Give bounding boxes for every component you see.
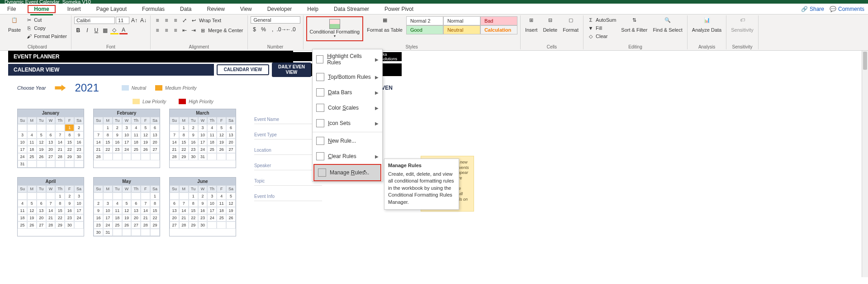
menu-data-bars[interactable]: Data Bars▶ [313, 85, 382, 100]
colorscales-icon [316, 104, 324, 112]
font-size-select[interactable]: 11 [116, 17, 129, 24]
increase-font-icon[interactable]: A↑ [130, 16, 138, 24]
clear-button[interactable]: ◇Clear [586, 33, 617, 40]
tab-review[interactable]: Review [203, 4, 228, 14]
medium-swatch [155, 85, 162, 91]
tab-page-layout[interactable]: Page Layout [93, 4, 130, 14]
style-neutral[interactable]: Neutral [443, 25, 480, 34]
style-good[interactable]: Good [406, 25, 443, 34]
menu-clear-rules[interactable]: Clear Rules▶ [313, 149, 382, 164]
align-right-icon[interactable]: ≡ [171, 26, 180, 34]
tab-power-pivot[interactable]: Power Pivot [381, 4, 417, 14]
align-middle-icon[interactable]: ≡ [162, 16, 171, 24]
align-left-icon[interactable]: ≡ [153, 26, 161, 34]
sort-filter-button[interactable]: ⇅Sort & Filter [619, 16, 649, 34]
conditional-formatting-button[interactable]: Conditional Formatting▾ [308, 18, 362, 39]
tab-view[interactable]: View [237, 4, 256, 14]
calendar-may[interactable]: MaySuMTuWThFSa12345678910111213141516171… [93, 177, 160, 236]
wrap-icon: ↩ [191, 17, 197, 24]
clearrules-icon [316, 152, 324, 160]
paste-button[interactable]: 📋 Paste [6, 16, 23, 34]
autosum-button[interactable]: ΣAutoSum [586, 16, 617, 24]
tab-formulas[interactable]: Formulas [138, 4, 168, 14]
format-cells-button[interactable]: ▢Format [561, 16, 580, 34]
bold-button[interactable]: B [74, 26, 82, 34]
share-button[interactable]: 🔗 Share [801, 6, 824, 12]
underline-button[interactable]: U [92, 26, 100, 34]
analyze-data-button[interactable]: 📊Analyze Data [690, 16, 723, 34]
calendar-view-tab[interactable]: CALENDAR VIEW [217, 64, 269, 75]
tooltip-body: Create, edit, delete, and view all condi… [388, 171, 455, 206]
comma-icon[interactable]: , [269, 25, 277, 34]
arrow-right-icon [55, 85, 66, 91]
calendar-april[interactable]: AprilSuMTuWThFSa123456789101112131415161… [17, 177, 84, 236]
style-normal[interactable]: Normal [443, 16, 480, 25]
align-top-icon[interactable]: ≡ [153, 16, 161, 24]
comments-button[interactable]: 💬 Comments [830, 6, 864, 12]
chevron-right-icon: ▶ [375, 75, 379, 80]
indent-decrease-icon[interactable]: ⇤ [180, 26, 189, 34]
font-name-select[interactable]: Calibri [74, 17, 115, 24]
calendar-january[interactable]: JanuarySuMTuWThFSa1234567891011121314151… [17, 109, 84, 168]
calendar-march[interactable]: MarchSuMTuWThFSa123456789101112131415161… [169, 109, 236, 168]
tab-insert[interactable]: Insert [64, 4, 85, 14]
style-normal2[interactable]: Normal 2 [406, 16, 443, 25]
menu-top-bottom[interactable]: Top/Bottom Rules▶ [313, 69, 382, 85]
table-icon: ▦ [380, 17, 389, 26]
wrap-text-button[interactable]: ↩Wrap Text [190, 17, 223, 24]
daily-event-view-tab[interactable]: DAILY EVENVIEW [272, 63, 311, 77]
fill-color-button[interactable]: ◇ [110, 26, 119, 34]
percent-icon[interactable]: % [260, 25, 268, 34]
menu-icon-sets[interactable]: Icon Sets▶ [313, 116, 382, 131]
border-button[interactable]: ▦ [101, 26, 109, 34]
orientation-icon[interactable]: ⤢ [180, 16, 189, 24]
increase-decimal-icon[interactable]: .0→ [278, 25, 286, 34]
sum-icon: Σ [588, 17, 594, 23]
clear-icon: ◇ [588, 33, 594, 39]
sensitivity-button[interactable]: 🏷Sensitivity [729, 16, 755, 34]
menu-color-scales[interactable]: Color Scales▶ [313, 100, 382, 116]
style-bad[interactable]: Bad [480, 16, 517, 25]
merge-icon: ⊞ [200, 27, 206, 34]
insert-cells-button[interactable]: ⊞Insert [523, 16, 540, 34]
calendar-june[interactable]: JuneSuMTuWThFSa1234567891011121314151617… [169, 177, 236, 236]
topbottom-icon [316, 73, 324, 81]
italic-button[interactable]: I [83, 26, 91, 34]
merge-center-button[interactable]: ⊞Merge & Center [199, 27, 245, 34]
tab-home[interactable]: Home [30, 4, 52, 15]
tab-file[interactable]: File [4, 4, 19, 14]
group-number: Number [248, 44, 303, 49]
tab-data[interactable]: Data [176, 4, 195, 14]
choose-year-label: Choose Year [17, 85, 46, 91]
decrease-decimal-icon[interactable]: ←.0 [287, 25, 295, 34]
group-font: Font [71, 44, 150, 49]
find-select-button[interactable]: 🔍Find & Select [651, 16, 684, 34]
sensitivity-icon: 🏷 [738, 17, 747, 26]
format-as-table-button[interactable]: ▦ Format as Table [365, 16, 404, 34]
align-center-icon[interactable]: ≡ [162, 26, 171, 34]
delete-cells-button[interactable]: ⊟Delete [541, 16, 559, 34]
menu-highlight-cells[interactable]: Highlight Cells Rules▶ [313, 49, 382, 69]
menu-manage-rules[interactable]: Manage Rules...↖ [313, 164, 381, 181]
tab-data-streamer[interactable]: Data Streamer [330, 4, 373, 14]
font-color-button[interactable]: A [119, 26, 128, 34]
high-swatch [179, 99, 186, 104]
currency-icon[interactable]: $ [251, 25, 259, 34]
format-painter-button[interactable]: 🖌Format Painter [24, 33, 68, 40]
group-alignment: Alignment [151, 44, 247, 49]
fill-icon: ▼ [588, 25, 594, 31]
tab-help[interactable]: Help [304, 4, 322, 14]
align-bottom-icon[interactable]: ≡ [171, 16, 180, 24]
number-format-select[interactable]: General [251, 16, 300, 24]
style-calculation[interactable]: Calculation [480, 25, 517, 34]
decrease-font-icon[interactable]: A↓ [139, 16, 147, 24]
fill-button[interactable]: ▼Fill [586, 24, 617, 32]
indent-increase-icon[interactable]: ⇥ [190, 26, 198, 34]
year-value[interactable]: 2021 [75, 82, 99, 94]
copy-button[interactable]: ⎘Copy [24, 24, 68, 32]
menu-new-rule[interactable]: New Rule... [313, 133, 382, 149]
calendar-february[interactable]: FebruarySuMTuWThFSa123456789101112131415… [93, 109, 160, 168]
tab-developer[interactable]: Developer [264, 4, 296, 14]
vertical-scrollbar[interactable] [862, 51, 868, 277]
cut-button[interactable]: ✂Cut [24, 16, 68, 24]
